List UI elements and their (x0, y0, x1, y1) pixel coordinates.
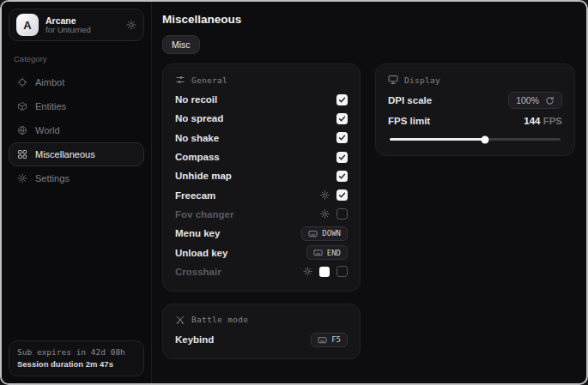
keybind-badge[interactable]: END (306, 245, 348, 260)
sidebar-item-entities[interactable]: Entities (9, 94, 144, 118)
refresh-icon[interactable] (545, 96, 555, 105)
sidebar-item-label: Settings (35, 173, 70, 183)
app-name: Arcane (45, 15, 119, 26)
keybind-badge[interactable]: DOWN (301, 226, 348, 241)
app-card: A Arcane for Unturned (9, 9, 144, 41)
session-duration-text: Session duration 2m 47s (17, 358, 136, 370)
checkbox-checked[interactable] (336, 113, 348, 124)
gear-icon[interactable] (303, 267, 312, 276)
checkbox-checked[interactable] (336, 152, 348, 163)
monitor-icon (388, 75, 398, 85)
keyboard-icon (313, 248, 323, 257)
tab-bar: Misc (162, 35, 575, 54)
gear-icon[interactable] (320, 190, 330, 200)
slider-thumb[interactable] (482, 135, 489, 143)
page-title: Miscellaneous (162, 13, 575, 26)
entities-box-icon (17, 101, 27, 111)
sidebar-item-world[interactable]: World (9, 118, 144, 142)
sidebar-item-label: Entities (35, 101, 66, 111)
gear-sync-icon[interactable] (126, 20, 136, 30)
sidebar-item-settings[interactable]: Settings (9, 166, 144, 190)
sidebar-item-label: World (35, 125, 60, 135)
sidebar-item-label: Aimbot (35, 77, 64, 87)
setting-row-keybind: Keybind F5 (175, 330, 348, 349)
sub-expires-text: Sub expires in 42d 08h (17, 346, 136, 358)
card-title: Battle mode (191, 315, 248, 324)
checkbox-unchecked[interactable] (336, 208, 348, 220)
crosshair-icon (17, 77, 27, 87)
category-label: Category (14, 54, 144, 63)
keyboard-icon (318, 335, 327, 345)
checkbox-checked[interactable] (336, 132, 348, 143)
setting-row-no-spread: No spread (175, 109, 348, 128)
setting-row-compass: Compass (175, 147, 348, 166)
setting-row-no-shake: No shake (175, 129, 348, 147)
tab-misc[interactable]: Misc (162, 35, 200, 54)
gear-icon[interactable] (320, 209, 330, 219)
subscription-info-card: Sub expires in 42d 08h Session duration … (9, 340, 144, 376)
keybind-badge[interactable]: F5 (311, 333, 348, 347)
setting-row-menu-key: Menu key DOWN (175, 224, 348, 243)
globe-icon (17, 125, 27, 135)
app-window: A Arcane for Unturned Category Aimbot En… (0, 0, 588, 385)
setting-row-crosshair: Crosshair (175, 262, 348, 281)
setting-row-no-recoil: No recoil (175, 90, 348, 109)
setting-row-freecam: Freecam (175, 185, 348, 204)
checkbox-unchecked[interactable] (336, 266, 348, 277)
card-title: General (191, 75, 227, 85)
card-title: Display (404, 75, 440, 85)
checkbox-checked[interactable] (336, 189, 348, 201)
sidebar-item-label: Miscellaneous (35, 149, 95, 159)
checkbox-checked[interactable] (336, 171, 348, 182)
dpi-scale-badge[interactable]: 100% (508, 92, 562, 109)
fps-limit-value: 144 FPS (524, 116, 562, 126)
battle-swords-icon (175, 315, 185, 325)
keyboard-icon (308, 229, 318, 238)
category-nav: Aimbot Entities World Miscellaneous Sett… (9, 70, 144, 190)
gear-icon (17, 173, 27, 183)
sidebar: A Arcane for Unturned Category Aimbot En… (2, 2, 152, 383)
sliders-icon (175, 75, 185, 85)
setting-row-unload-key: Unload key END (175, 243, 348, 262)
sidebar-item-aimbot[interactable]: Aimbot (9, 70, 144, 94)
setting-row-fov-changer: Fov changer (175, 205, 348, 224)
battle-mode-card: Battle mode Keybind F5 (162, 304, 361, 359)
main-content: Miscellaneous Misc General No recoil (152, 2, 586, 383)
app-subtitle: for Unturned (45, 26, 119, 35)
general-card: General No recoil No spread No shake (162, 63, 361, 292)
fps-limit-slider[interactable] (390, 135, 561, 143)
display-card: Display DPI scale 100% FPS limit 144 (375, 63, 575, 156)
grid-icon (17, 149, 27, 159)
color-swatch[interactable] (319, 267, 330, 277)
setting-row-dpi-scale: DPI scale 100% (388, 90, 562, 111)
slider-fill (390, 138, 485, 141)
checkbox-checked[interactable] (336, 94, 348, 105)
setting-row-unhide-map: Unhide map (175, 166, 348, 185)
setting-row-fps-limit: FPS limit 144 FPS (388, 111, 562, 131)
sidebar-item-miscellaneous[interactable]: Miscellaneous (9, 142, 144, 166)
avatar: A (16, 14, 39, 36)
